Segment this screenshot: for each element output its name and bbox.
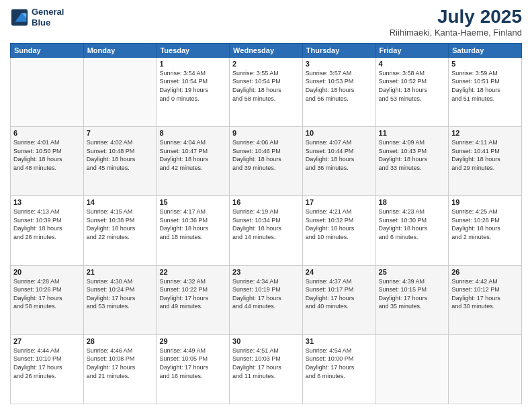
day-number: 19 bbox=[451, 198, 519, 206]
day-number: 3 bbox=[306, 60, 373, 68]
day-info: Sunrise: 4:32 AM Sunset: 10:22 PM Daylig… bbox=[159, 277, 226, 311]
calendar-day-cell: 19Sunrise: 4:25 AM Sunset: 10:28 PM Dayl… bbox=[449, 196, 522, 265]
header: General Blue July 2025 Riihimaeki, Kanta… bbox=[10, 7, 522, 38]
main-title: July 2025 bbox=[390, 7, 522, 28]
day-info: Sunrise: 4:06 AM Sunset: 10:46 PM Daylig… bbox=[232, 138, 300, 172]
calendar-day-cell: 26Sunrise: 4:42 AM Sunset: 10:12 PM Dayl… bbox=[449, 265, 522, 334]
calendar-day-cell: 16Sunrise: 4:19 AM Sunset: 10:34 PM Dayl… bbox=[230, 196, 303, 265]
day-info: Sunrise: 4:54 AM Sunset: 10:00 PM Daylig… bbox=[306, 347, 373, 380]
calendar-day-cell: 18Sunrise: 4:23 AM Sunset: 10:30 PM Dayl… bbox=[375, 196, 449, 265]
day-info: Sunrise: 4:01 AM Sunset: 10:50 PM Daylig… bbox=[13, 138, 81, 172]
day-number: 1 bbox=[159, 60, 226, 68]
day-number: 12 bbox=[451, 129, 519, 137]
calendar-day-cell: 17Sunrise: 4:21 AM Sunset: 10:32 PM Dayl… bbox=[302, 196, 375, 265]
day-number: 31 bbox=[306, 337, 373, 345]
day-number: 15 bbox=[159, 198, 226, 206]
calendar-day-cell: 30Sunrise: 4:51 AM Sunset: 10:03 PM Dayl… bbox=[230, 334, 303, 404]
day-info: Sunrise: 4:15 AM Sunset: 10:38 PM Daylig… bbox=[87, 208, 154, 241]
logo-icon bbox=[10, 8, 29, 27]
day-number: 5 bbox=[451, 60, 519, 68]
calendar-table: SundayMondayTuesdayWednesdayThursdayFrid… bbox=[10, 43, 522, 404]
calendar-day-cell: 11Sunrise: 4:09 AM Sunset: 10:43 PM Dayl… bbox=[375, 127, 449, 196]
day-number: 11 bbox=[379, 129, 446, 137]
day-number: 7 bbox=[87, 129, 154, 137]
calendar-week-row: 1Sunrise: 3:54 AM Sunset: 10:54 PM Dayli… bbox=[11, 57, 522, 126]
day-info: Sunrise: 4:17 AM Sunset: 10:36 PM Daylig… bbox=[159, 208, 226, 241]
day-info: Sunrise: 4:21 AM Sunset: 10:32 PM Daylig… bbox=[306, 208, 373, 241]
day-of-week-header: Sunday bbox=[11, 43, 84, 57]
calendar-day-cell bbox=[449, 334, 522, 404]
day-info: Sunrise: 4:34 AM Sunset: 10:19 PM Daylig… bbox=[232, 277, 300, 311]
day-of-week-header: Tuesday bbox=[157, 43, 230, 57]
day-number: 10 bbox=[306, 129, 373, 137]
calendar-day-cell: 6Sunrise: 4:01 AM Sunset: 10:50 PM Dayli… bbox=[11, 127, 84, 196]
day-number: 9 bbox=[232, 129, 300, 137]
day-number: 20 bbox=[13, 268, 81, 276]
calendar-day-cell bbox=[375, 334, 449, 404]
day-number: 6 bbox=[13, 129, 81, 137]
day-number: 16 bbox=[232, 198, 300, 206]
day-info: Sunrise: 4:28 AM Sunset: 10:26 PM Daylig… bbox=[13, 277, 81, 311]
day-info: Sunrise: 3:55 AM Sunset: 10:54 PM Daylig… bbox=[232, 69, 300, 103]
day-info: Sunrise: 4:25 AM Sunset: 10:28 PM Daylig… bbox=[451, 208, 519, 241]
calendar-day-cell: 7Sunrise: 4:02 AM Sunset: 10:48 PM Dayli… bbox=[83, 127, 157, 196]
day-info: Sunrise: 3:57 AM Sunset: 10:53 PM Daylig… bbox=[306, 69, 373, 103]
calendar-day-cell: 8Sunrise: 4:04 AM Sunset: 10:47 PM Dayli… bbox=[157, 127, 230, 196]
calendar-day-cell: 20Sunrise: 4:28 AM Sunset: 10:26 PM Dayl… bbox=[11, 265, 84, 334]
calendar-body: 1Sunrise: 3:54 AM Sunset: 10:54 PM Dayli… bbox=[11, 57, 522, 404]
day-number: 14 bbox=[87, 198, 154, 206]
calendar-day-cell: 9Sunrise: 4:06 AM Sunset: 10:46 PM Dayli… bbox=[230, 127, 303, 196]
day-info: Sunrise: 4:42 AM Sunset: 10:12 PM Daylig… bbox=[451, 277, 519, 311]
day-number: 23 bbox=[232, 268, 300, 276]
day-info: Sunrise: 4:39 AM Sunset: 10:15 PM Daylig… bbox=[379, 277, 446, 311]
day-info: Sunrise: 4:49 AM Sunset: 10:05 PM Daylig… bbox=[159, 347, 226, 380]
title-block: July 2025 Riihimaeki, Kanta-Haeme, Finla… bbox=[390, 7, 522, 38]
calendar-day-cell: 14Sunrise: 4:15 AM Sunset: 10:38 PM Dayl… bbox=[83, 196, 157, 265]
calendar-day-cell: 25Sunrise: 4:39 AM Sunset: 10:15 PM Dayl… bbox=[375, 265, 449, 334]
day-number: 13 bbox=[13, 198, 81, 206]
calendar-day-cell: 27Sunrise: 4:44 AM Sunset: 10:10 PM Dayl… bbox=[11, 334, 84, 404]
day-number: 25 bbox=[379, 268, 446, 276]
calendar-day-cell: 5Sunrise: 3:59 AM Sunset: 10:51 PM Dayli… bbox=[449, 57, 522, 126]
calendar-header: SundayMondayTuesdayWednesdayThursdayFrid… bbox=[11, 43, 522, 57]
calendar-week-row: 27Sunrise: 4:44 AM Sunset: 10:10 PM Dayl… bbox=[11, 334, 522, 404]
calendar-day-cell: 2Sunrise: 3:55 AM Sunset: 10:54 PM Dayli… bbox=[230, 57, 303, 126]
calendar-week-row: 6Sunrise: 4:01 AM Sunset: 10:50 PM Dayli… bbox=[11, 127, 522, 196]
day-number: 28 bbox=[87, 337, 154, 345]
day-info: Sunrise: 3:58 AM Sunset: 10:52 PM Daylig… bbox=[379, 69, 446, 103]
day-info: Sunrise: 4:11 AM Sunset: 10:41 PM Daylig… bbox=[451, 138, 519, 172]
day-info: Sunrise: 4:30 AM Sunset: 10:24 PM Daylig… bbox=[87, 277, 154, 311]
day-info: Sunrise: 4:46 AM Sunset: 10:08 PM Daylig… bbox=[87, 347, 154, 380]
day-number: 30 bbox=[232, 337, 300, 345]
day-info: Sunrise: 4:19 AM Sunset: 10:34 PM Daylig… bbox=[232, 208, 300, 241]
day-number: 21 bbox=[87, 268, 154, 276]
day-info: Sunrise: 4:37 AM Sunset: 10:17 PM Daylig… bbox=[306, 277, 373, 311]
day-info: Sunrise: 3:59 AM Sunset: 10:51 PM Daylig… bbox=[451, 69, 519, 103]
day-info: Sunrise: 4:23 AM Sunset: 10:30 PM Daylig… bbox=[379, 208, 446, 241]
logo: General Blue bbox=[10, 7, 64, 28]
day-number: 17 bbox=[306, 198, 373, 206]
calendar-day-cell: 24Sunrise: 4:37 AM Sunset: 10:17 PM Dayl… bbox=[302, 265, 375, 334]
day-info: Sunrise: 4:09 AM Sunset: 10:43 PM Daylig… bbox=[379, 138, 446, 172]
day-number: 2 bbox=[232, 60, 300, 68]
days-of-week-row: SundayMondayTuesdayWednesdayThursdayFrid… bbox=[11, 43, 522, 57]
day-info: Sunrise: 4:13 AM Sunset: 10:39 PM Daylig… bbox=[13, 208, 81, 241]
calendar-day-cell: 12Sunrise: 4:11 AM Sunset: 10:41 PM Dayl… bbox=[449, 127, 522, 196]
calendar-day-cell: 15Sunrise: 4:17 AM Sunset: 10:36 PM Dayl… bbox=[157, 196, 230, 265]
day-of-week-header: Saturday bbox=[449, 43, 522, 57]
day-info: Sunrise: 4:51 AM Sunset: 10:03 PM Daylig… bbox=[232, 347, 300, 380]
day-info: Sunrise: 4:44 AM Sunset: 10:10 PM Daylig… bbox=[13, 347, 81, 380]
day-of-week-header: Wednesday bbox=[230, 43, 303, 57]
calendar-day-cell: 1Sunrise: 3:54 AM Sunset: 10:54 PM Dayli… bbox=[157, 57, 230, 126]
calendar-day-cell: 28Sunrise: 4:46 AM Sunset: 10:08 PM Dayl… bbox=[83, 334, 157, 404]
calendar-week-row: 13Sunrise: 4:13 AM Sunset: 10:39 PM Dayl… bbox=[11, 196, 522, 265]
subtitle: Riihimaeki, Kanta-Haeme, Finland bbox=[390, 28, 522, 38]
calendar-day-cell: 21Sunrise: 4:30 AM Sunset: 10:24 PM Dayl… bbox=[83, 265, 157, 334]
logo-text: General Blue bbox=[32, 7, 64, 28]
page: General Blue July 2025 Riihimaeki, Kanta… bbox=[0, 0, 532, 411]
day-info: Sunrise: 3:54 AM Sunset: 10:54 PM Daylig… bbox=[159, 69, 226, 103]
calendar-week-row: 20Sunrise: 4:28 AM Sunset: 10:26 PM Dayl… bbox=[11, 265, 522, 334]
day-info: Sunrise: 4:04 AM Sunset: 10:47 PM Daylig… bbox=[159, 138, 226, 172]
day-number: 24 bbox=[306, 268, 373, 276]
calendar-day-cell: 23Sunrise: 4:34 AM Sunset: 10:19 PM Dayl… bbox=[230, 265, 303, 334]
